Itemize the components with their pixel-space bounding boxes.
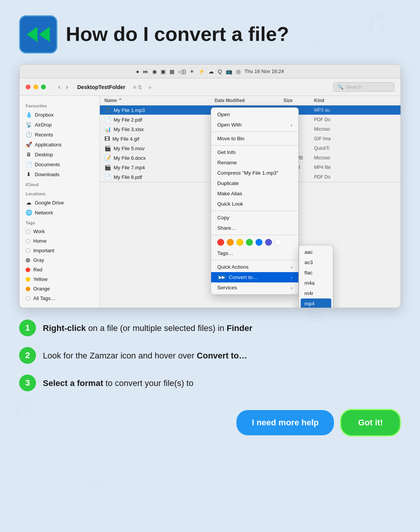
minimize-button[interactable] [33,84,38,89]
color-green-dot[interactable] [246,239,253,246]
logo-arrow-left [27,27,37,42]
finder-body: Favourites 💧 Dropbox 📡 AirDrop 🕐 Recents… [20,96,400,308]
sidebar-tag-gray[interactable]: Gray [20,255,99,265]
ctx-make-alias[interactable]: Make Alias [211,188,298,199]
file-name-5: 🎬 My File 5.mov [100,145,215,151]
format-m4a[interactable]: m4a [299,278,333,288]
need-more-help-button[interactable]: I need more help [236,410,334,435]
finder-sidebar: Favourites 💧 Dropbox 📡 AirDrop 🕐 Recents… [20,96,100,308]
step-number-2: 2 [19,347,36,364]
tag-color-red [26,268,30,272]
col-header-size: Size [283,98,314,103]
ctx-sep-1 [211,131,298,132]
ctx-duplicate[interactable]: Duplicate [211,178,298,188]
sidebar-item-airdrop[interactable]: 📡 AirDrop [20,120,99,130]
file-icon-docx: 📝 [104,155,111,161]
file-icon-pdf8: 📄 [104,174,111,180]
sidebar-label-alltags: All Tags… [33,295,55,301]
ctx-open-with[interactable]: Open With › [211,120,298,130]
page-title: How do I convert a file? [66,23,289,45]
format-m4r[interactable]: m4r [299,288,333,298]
sidebar-item-dropbox[interactable]: 💧 Dropbox [20,110,99,120]
back-button[interactable]: ‹ [57,82,62,92]
ctx-open[interactable]: Open [211,109,298,120]
step-1: 1 Right-click on a file (or multiple sel… [19,320,401,336]
sidebar-tag-yellow[interactable]: Yellow [20,274,99,284]
color-blue-dot[interactable] [256,239,262,246]
sidebar-tag-home[interactable]: Home [20,236,99,246]
color-orange-dot[interactable] [227,239,234,246]
step3-bold: Select a format [43,378,103,388]
ctx-quick-actions[interactable]: Quick Actions › [211,262,298,272]
color-red-dot[interactable] [217,239,224,246]
sidebar-tag-important[interactable]: Important [20,246,99,255]
googledrive-icon: ☁ [26,200,32,206]
services-chevron-icon: › [291,285,292,290]
finder-navigation: ‹ › [57,82,70,92]
ctx-services[interactable]: Services › [211,282,298,293]
color-white-dot[interactable] [275,239,282,246]
file-name-3: 📊 My File 3.xlsx [100,126,215,132]
file-name-4: 🎞 My File 4.gif [100,136,215,142]
menubar-play: ◉ [152,68,157,75]
logo-arrow-right [39,27,50,42]
sidebar-label-recents: Recents [35,132,53,138]
maximize-button[interactable] [41,84,46,89]
file-name-8: 📄 My File 8.pdf [100,174,215,180]
recents-icon: 🕐 [26,131,32,138]
sidebar-item-network[interactable]: 🌐 Network [20,208,99,217]
sidebar-item-desktop[interactable]: 🖥 Desktop [20,149,99,159]
close-button[interactable] [26,84,31,89]
file-name-2: 📄 My File 2.pdf [100,117,215,123]
file-kind-2: PDF Do [314,117,360,122]
format-ac3[interactable]: ac3 [299,257,333,268]
airdrop-icon: 📡 [26,122,32,128]
sidebar-item-documents[interactable]: 📄 Documents [20,159,99,169]
sidebar-item-applications[interactable]: 🚀 Applications [20,139,99,149]
ctx-compress[interactable]: Compress "My File 1.mp3" [211,168,298,178]
zamzar-mini-icon: ▶▶ [217,274,226,280]
ctx-sep-2 [211,145,298,146]
share-icon[interactable]: » [148,84,151,90]
got-it-button[interactable]: Got it! [340,409,401,436]
sidebar-item-downloads[interactable]: ⬇ Downloads [20,169,99,179]
view-options-icon[interactable]: ≡ ⇅ [133,84,142,90]
forward-button[interactable]: › [64,82,70,92]
menubar-search-icon[interactable]: Q [218,68,222,75]
sidebar-item-recents[interactable]: 🕐 Recents [20,130,99,139]
col-header-kind: Kind [314,98,360,103]
sidebar-item-googledrive[interactable]: ☁ Google Drive [20,198,99,208]
ctx-color-tags [211,237,298,248]
desktop-icon: 🖥 [26,151,32,157]
file-kind-4: GIF Ima [314,136,360,141]
ctx-share[interactable]: Share… [211,223,298,233]
sidebar-label-documents: Documents [35,162,60,167]
sidebar-label-airdrop: AirDrop [35,122,52,128]
format-aac[interactable]: aac [299,247,333,257]
sidebar-label-downloads: Downloads [35,172,59,177]
menubar-display: 📺 [226,68,232,75]
ctx-copy[interactable]: Copy [211,212,298,223]
step-text-2: Look for the Zamzar icon and hover over … [43,347,247,362]
color-yellow-dot[interactable] [236,239,243,246]
step-2: 2 Look for the Zamzar icon and hover ove… [19,347,401,364]
steps-section: 1 Right-click on a file (or multiple sel… [19,320,401,391]
finder-search-bar[interactable]: 🔍 Search [333,82,394,92]
ctx-get-info[interactable]: Get Info [211,147,298,157]
ctx-rename[interactable]: Rename [211,157,298,168]
color-purple-dot[interactable] [265,239,272,246]
menubar-skip: ⏭ [143,68,148,75]
sidebar-tag-red[interactable]: Red [20,265,99,274]
ctx-convert-to[interactable]: ▶▶ Convert to… › [211,272,298,282]
sidebar-tag-alltags[interactable]: All Tags… [20,294,99,303]
ctx-move-to-bin[interactable]: Move to Bin [211,133,298,144]
tag-color-orange [26,287,30,291]
context-menu: Open Open With › Move to Bin Get Info Re… [211,107,299,295]
step-number-3: 3 [19,375,36,391]
sidebar-tag-work[interactable]: Work [20,227,99,236]
format-flac[interactable]: flac [299,268,333,278]
format-mp4[interactable]: mp4 [301,298,331,308]
sidebar-tag-orange[interactable]: Orange [20,284,99,294]
ctx-quick-look[interactable]: Quick Look [211,199,298,209]
ctx-tags[interactable]: Tags… [211,248,298,258]
